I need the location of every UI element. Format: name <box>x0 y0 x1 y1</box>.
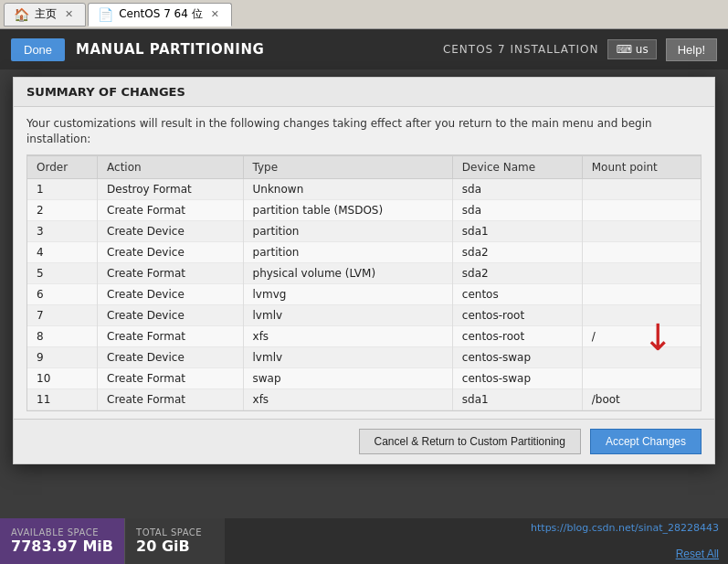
cell-mount <box>582 220 701 241</box>
help-button[interactable]: Help! <box>666 38 717 61</box>
cell-mount <box>582 199 701 220</box>
centos-tab-icon: 📄 <box>98 7 113 22</box>
page-title: MANUAL PARTITIONING <box>76 41 264 58</box>
url-label: https://blog.csdn.net/sinat_28228443 <box>531 522 719 534</box>
cell-type: xfs <box>243 388 452 410</box>
cell-device: centos-swap <box>452 346 582 367</box>
cell-mount <box>582 367 701 388</box>
cell-device: sda1 <box>452 220 582 241</box>
cell-order: 1 <box>27 178 98 199</box>
cell-mount: /boot <box>582 388 701 410</box>
dialog-title: SUMMARY OF CHANGES <box>14 78 714 107</box>
cell-device: sda <box>452 178 582 199</box>
tab-centos-label: CentOS 7 64 位 <box>119 6 202 22</box>
cell-action: Create Device <box>98 346 244 367</box>
tab-centos-close[interactable]: ✕ <box>208 7 222 21</box>
home-icon: 🏠 <box>14 7 29 22</box>
cell-type: partition <box>243 220 452 241</box>
tab-home[interactable]: 🏠 主页 ✕ <box>4 3 86 27</box>
total-value: 20 GiB <box>136 537 214 555</box>
available-value: 7783.97 MiB <box>11 537 113 555</box>
keyboard-icon: ⌨ <box>616 43 631 56</box>
bottom-right: https://blog.csdn.net/sinat_28228443 Res… <box>225 518 728 564</box>
cell-mount <box>582 283 701 304</box>
cell-type: physical volume (LVM) <box>243 262 452 283</box>
dialog-description: Your customizations will result in the f… <box>14 107 714 154</box>
table-row: 2 Create Format partition table (MSDOS) … <box>27 199 701 220</box>
table-header-row: Order Action Type Device Name Mount poin… <box>27 155 701 178</box>
cell-device: sda <box>452 199 582 220</box>
cell-type: xfs <box>243 325 452 346</box>
cell-order: 2 <box>27 199 98 220</box>
cell-mount <box>582 178 701 199</box>
cell-action: Create Device <box>98 220 244 241</box>
tab-bar: 🏠 主页 ✕ 📄 CentOS 7 64 位 ✕ <box>0 0 728 29</box>
cell-mount <box>582 346 701 367</box>
cell-type: partition table (MSDOS) <box>243 199 452 220</box>
col-device: Device Name <box>452 155 582 178</box>
keyboard-selector[interactable]: ⌨ us <box>607 39 656 59</box>
keyboard-lang: us <box>636 43 649 56</box>
available-label: AVAILABLE SPACE <box>11 527 113 537</box>
cancel-button[interactable]: Cancel & Return to Custom Partitioning <box>359 429 581 454</box>
changes-table: Order Action Type Device Name Mount poin… <box>27 155 701 410</box>
changes-table-wrapper[interactable]: Order Action Type Device Name Mount poin… <box>26 154 702 411</box>
col-type: Type <box>243 155 452 178</box>
cell-action: Destroy Format <box>98 178 244 199</box>
cell-device: centos <box>452 283 582 304</box>
col-action: Action <box>98 155 244 178</box>
cell-type: lvmlv <box>243 304 452 325</box>
done-button[interactable]: Done <box>11 38 65 61</box>
available-space-box: AVAILABLE SPACE 7783.97 MiB <box>0 518 124 564</box>
tab-home-close[interactable]: ✕ <box>62 7 76 21</box>
cell-device: sda2 <box>452 241 582 262</box>
table-row: 11 Create Format xfs sda1 /boot <box>27 388 701 410</box>
table-row: 8 Create Format xfs centos-root / <box>27 325 701 346</box>
col-mount: Mount point <box>582 155 701 178</box>
table-row: 9 Create Device lvmlv centos-swap <box>27 346 701 367</box>
cell-device: centos-root <box>452 325 582 346</box>
cell-action: Create Device <box>98 241 244 262</box>
cell-action: Create Format <box>98 325 244 346</box>
cell-order: 9 <box>27 346 98 367</box>
header: Done MANUAL PARTITIONING CENTOS 7 INSTAL… <box>0 29 728 69</box>
centos-install-label: CENTOS 7 INSTALLATION <box>443 43 599 56</box>
cell-type: Unknown <box>243 178 452 199</box>
cell-type: lvmvg <box>243 283 452 304</box>
tab-centos[interactable]: 📄 CentOS 7 64 位 ✕ <box>88 3 232 27</box>
header-left: Done MANUAL PARTITIONING <box>11 38 264 61</box>
cell-action: Create Format <box>98 388 244 410</box>
dialog-buttons: Cancel & Return to Custom Partitioning A… <box>14 419 714 463</box>
table-row: 1 Destroy Format Unknown sda <box>27 178 701 199</box>
cell-action: Create Device <box>98 283 244 304</box>
table-row: 3 Create Device partition sda1 <box>27 220 701 241</box>
cell-device: centos-root <box>452 304 582 325</box>
total-space-box: TOTAL SPACE 20 GiB <box>124 518 225 564</box>
cell-action: Create Format <box>98 262 244 283</box>
table-row: 4 Create Device partition sda2 <box>27 241 701 262</box>
cell-order: 5 <box>27 262 98 283</box>
cell-device: centos-swap <box>452 367 582 388</box>
cell-mount: / <box>582 325 701 346</box>
cell-order: 8 <box>27 325 98 346</box>
cell-device: sda1 <box>452 388 582 410</box>
cell-action: Create Device <box>98 304 244 325</box>
cell-type: partition <box>243 241 452 262</box>
cell-mount <box>582 304 701 325</box>
cell-type: swap <box>243 367 452 388</box>
bottom-bar: AVAILABLE SPACE 7783.97 MiB TOTAL SPACE … <box>0 518 728 564</box>
cell-order: 7 <box>27 304 98 325</box>
total-label: TOTAL SPACE <box>136 527 214 537</box>
col-order: Order <box>27 155 98 178</box>
reset-all-button[interactable]: Reset All <box>676 548 719 560</box>
cell-order: 11 <box>27 388 98 410</box>
accept-changes-button[interactable]: Accept Changes <box>590 429 702 454</box>
table-row: 6 Create Device lvmvg centos <box>27 283 701 304</box>
main-content: ▾ New CentOS 7 Installation centos-root … <box>0 69 728 508</box>
tab-home-label: 主页 <box>35 6 57 22</box>
table-row: 5 Create Format physical volume (LVM) sd… <box>27 262 701 283</box>
table-row: 10 Create Format swap centos-swap <box>27 367 701 388</box>
cell-mount <box>582 241 701 262</box>
cell-mount <box>582 262 701 283</box>
header-right: CENTOS 7 INSTALLATION ⌨ us Help! <box>443 38 717 61</box>
